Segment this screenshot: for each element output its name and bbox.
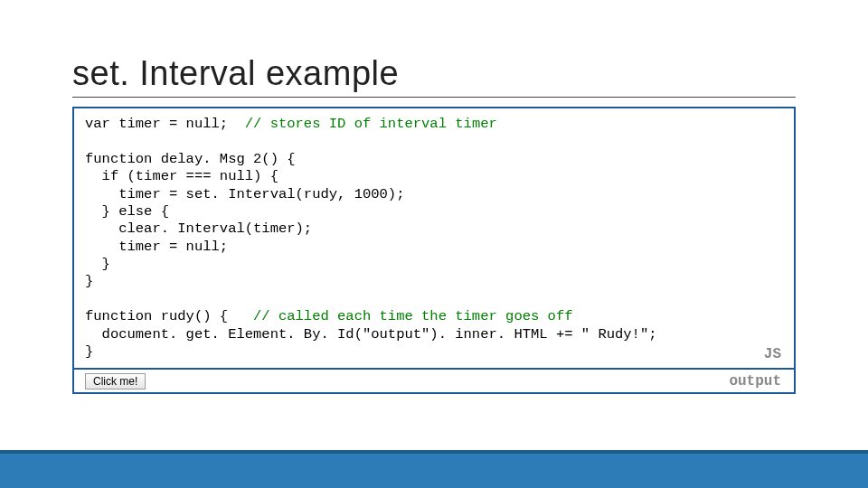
click-me-button[interactable]: Click me! [85, 373, 146, 389]
slide-title: set. Interval example [72, 54, 796, 98]
code-content: var timer = null; // stores ID of interv… [85, 116, 783, 361]
footer-bar [0, 450, 868, 488]
code-block: var timer = null; // stores ID of interv… [72, 107, 796, 370]
output-label: output [729, 373, 781, 389]
js-label: JS [764, 346, 781, 362]
output-block: Click me! output [72, 368, 796, 394]
